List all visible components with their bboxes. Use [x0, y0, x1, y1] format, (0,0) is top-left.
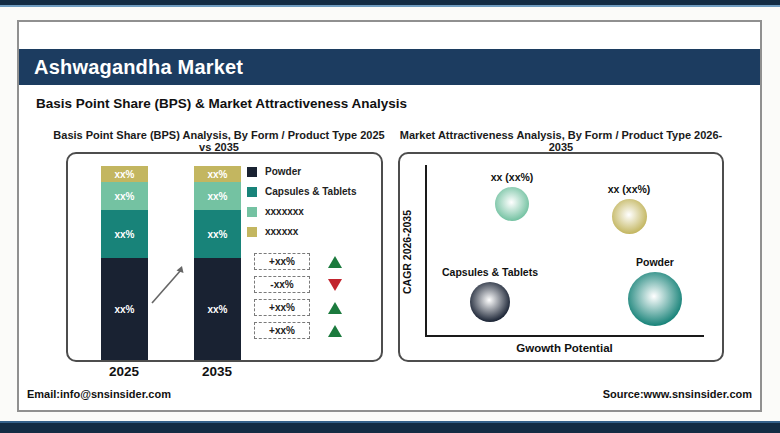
bar-segment: xx%	[194, 166, 241, 182]
bar-segment: xx%	[194, 258, 241, 360]
category-label: 2035	[182, 364, 252, 379]
legend-item: xxxxxx	[247, 226, 357, 237]
report-card: Ashwagandha Market Basis Point Share (BP…	[17, 20, 762, 412]
bar-segment: xx%	[101, 182, 148, 210]
bubble-label: Powder	[636, 256, 674, 268]
bar-segment: xx%	[194, 182, 241, 210]
y-axis-line	[425, 165, 427, 337]
page-title: Ashwagandha Market	[19, 56, 243, 79]
bubble	[470, 282, 510, 322]
y-axis-label: CAGR 2026-2035	[401, 189, 415, 314]
legend-swatch	[247, 187, 257, 197]
legend-swatch	[247, 227, 257, 237]
up-triangle-icon	[328, 325, 342, 337]
up-triangle-icon	[328, 256, 342, 268]
indicator-value-box: +xx%	[254, 253, 310, 270]
bps-legend: PowderCapsules & Tabletsxxxxxxxxxxxxx	[247, 166, 357, 237]
x-axis-line	[425, 335, 704, 337]
legend-item: Capsules & Tablets	[247, 186, 357, 197]
bar-segment: xx%	[194, 210, 241, 258]
stacked-bar-2035: xx%xx%xx%xx%	[194, 166, 241, 360]
bar-segment: xx%	[101, 258, 148, 360]
bar-segment: xx%	[101, 210, 148, 258]
bps-category-labels: 20252035	[66, 364, 383, 382]
attractiveness-chart-title: Market Attractiveness Analysis, By Form …	[398, 129, 724, 153]
footer-email: Email:info@snsinsider.com	[27, 388, 171, 400]
attractiveness-panel: CAGR 2026-2035 xx (xx%)xx (xx%)Capsules …	[398, 152, 724, 362]
legend-label: xxxxxx	[265, 226, 298, 237]
legend-item: xxxxxxx	[247, 206, 357, 217]
trend-arrow-icon	[148, 262, 190, 308]
legend-label: Capsules & Tablets	[265, 186, 357, 197]
bps-change-indicators: +xx%-xx%+xx%+xx%	[254, 253, 342, 339]
indicator-row: +xx%	[254, 253, 342, 270]
legend-item: Powder	[247, 166, 357, 177]
bubble	[495, 187, 529, 221]
bps-chart-title: Basis Point Share (BPS) Analysis, By For…	[49, 129, 389, 153]
legend-label: Powder	[265, 166, 301, 177]
stacked-bar-2025: xx%xx%xx%xx%	[101, 166, 148, 360]
down-triangle-icon	[328, 279, 342, 291]
top-accent-band	[0, 0, 780, 7]
bubble-label: Capsules & Tablets	[442, 266, 538, 278]
bubble-label: xx (xx%)	[608, 183, 651, 195]
card-footer: Email:info@snsinsider.com Source:www.sns…	[19, 388, 760, 400]
legend-swatch	[247, 167, 257, 177]
legend-label: xxxxxxx	[265, 206, 304, 217]
bubble	[612, 199, 647, 234]
page-subtitle: Basis Point Share (BPS) & Market Attract…	[36, 96, 407, 111]
bps-panel: xx%xx%xx%xx%xx%xx%xx%xx% PowderCapsules …	[66, 152, 383, 362]
category-label: 2025	[89, 364, 159, 379]
indicator-value-box: -xx%	[254, 276, 310, 293]
footer-source: Source:www.snsinsider.com	[603, 388, 752, 400]
indicator-value-box: +xx%	[254, 322, 310, 339]
legend-swatch	[247, 207, 257, 217]
bottom-accent-band	[0, 421, 780, 433]
header-bar: Ashwagandha Market	[19, 49, 760, 85]
bar-segment: xx%	[101, 166, 148, 182]
indicator-row: +xx%	[254, 299, 342, 316]
bubble	[628, 272, 682, 326]
indicator-value-box: +xx%	[254, 299, 310, 316]
indicator-row: +xx%	[254, 322, 342, 339]
indicator-row: -xx%	[254, 276, 342, 293]
bubble-label: xx (xx%)	[491, 171, 534, 183]
up-triangle-icon	[328, 302, 342, 314]
x-axis-label: Gwowth Potential	[425, 342, 704, 354]
